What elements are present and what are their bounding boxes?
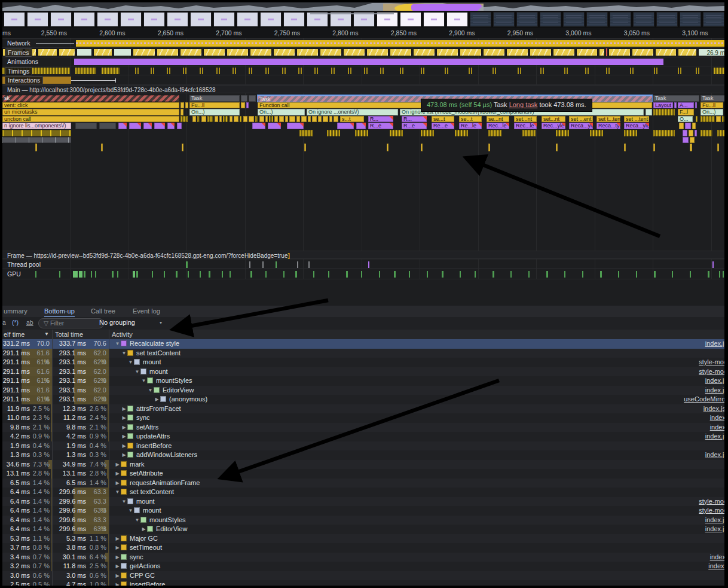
frame-box[interactable] xyxy=(506,48,528,56)
source-link[interactable]: style-mod xyxy=(699,497,724,507)
timing-mark[interactable] xyxy=(331,68,332,74)
flame-bar-n-ignore-lis-omponents-[interactable]: n ignore lis...omponents\/) xyxy=(2,123,71,129)
flame-bar[interactable] xyxy=(696,116,698,123)
timing-mark[interactable] xyxy=(200,68,201,74)
flame-bar-task[interactable]: Task xyxy=(653,95,699,102)
flame-bar-on-[interactable]: On...) xyxy=(701,109,723,115)
table-row[interactable]: 291.1 ms61.6 %293.1 ms62.0 %▼mountStyles… xyxy=(2,376,724,386)
timing-mark[interactable] xyxy=(282,68,283,74)
filmstrip-thumbnail[interactable] xyxy=(74,12,95,27)
expand-icon[interactable]: ▶ xyxy=(114,553,121,562)
flame-bar[interactable] xyxy=(265,116,268,123)
filmstrip-thumbnail[interactable] xyxy=(470,12,491,27)
flame-bar[interactable] xyxy=(337,123,354,129)
flame-bar[interactable] xyxy=(689,130,693,136)
filmstrip-thumbnail[interactable] xyxy=(213,12,235,27)
flame-bar[interactable] xyxy=(181,109,183,115)
gpu-tick[interactable] xyxy=(117,271,118,278)
table-row[interactable]: 34.6 ms7.3 %34.9 ms7.4 %▶mark xyxy=(2,460,724,470)
collapse-icon[interactable]: ▼ xyxy=(121,497,127,507)
timing-mark[interactable] xyxy=(233,68,234,74)
flame-bar[interactable] xyxy=(192,116,196,123)
timing-mark[interactable] xyxy=(216,68,218,74)
flame-bar-layout[interactable]: Layout xyxy=(653,102,673,109)
frame-box[interactable] xyxy=(157,48,179,56)
table-row[interactable]: 3.2 ms0.7 %11.8 ms2.5 %▶getActionsindex.… xyxy=(2,562,724,571)
timing-mark[interactable] xyxy=(445,68,446,74)
table-row[interactable]: 6.4 ms1.4 %299.6 ms63.3 %▼mountstyle-mod xyxy=(2,506,724,516)
gpu-tick[interactable] xyxy=(528,271,530,278)
filmstrip-thumbnail[interactable] xyxy=(120,12,142,27)
expand-icon[interactable]: ▶ xyxy=(154,395,160,404)
table-row[interactable]: 6.5 ms1.4 %6.5 ms1.4 %▶requestAnimationF… xyxy=(2,479,724,488)
frame-box[interactable] xyxy=(366,48,389,56)
flame-bar-f-l[interactable]: F...l xyxy=(678,109,694,115)
flame-bar-se-t[interactable]: se...t xyxy=(432,116,454,123)
table-row[interactable]: 2.5 ms0.5 %4.7 ms1.0 %▶insertBefore xyxy=(2,580,724,586)
expand-icon[interactable]: ▶ xyxy=(121,450,127,460)
flame-bar[interactable] xyxy=(299,130,313,136)
table-row[interactable]: 291.1 ms61.6 %293.1 ms62.0 %▼mountstyle-… xyxy=(2,358,724,367)
flame-bar[interactable] xyxy=(387,144,389,151)
flame-bar-task[interactable]: Task xyxy=(189,95,240,102)
timing-mark[interactable] xyxy=(135,68,136,74)
flame-bar[interactable] xyxy=(201,116,206,123)
flame-bar-on-[interactable]: On...) xyxy=(258,109,305,115)
flame-bar[interactable] xyxy=(285,116,288,123)
flame-bar[interactable] xyxy=(653,130,675,136)
flame-bar[interactable] xyxy=(241,102,245,109)
source-link[interactable]: index. xyxy=(710,423,724,432)
flame-bar[interactable] xyxy=(259,116,264,123)
track-interactions[interactable]: Interactions xyxy=(2,75,724,85)
tab-call-tree[interactable]: Call tree xyxy=(91,306,115,316)
flame-bar[interactable] xyxy=(223,116,228,123)
gpu-tick[interactable] xyxy=(112,271,114,278)
frame-box[interactable] xyxy=(390,48,412,56)
gpu-tick[interactable] xyxy=(133,271,135,278)
source-link[interactable]: index.js xyxy=(705,432,724,441)
frame-box[interactable] xyxy=(483,48,505,56)
col-activity[interactable]: Activity xyxy=(112,330,133,339)
timing-mark[interactable] xyxy=(696,68,697,74)
frame-box[interactable] xyxy=(93,48,112,56)
track-frames[interactable]: 26.9 ms Frames xyxy=(2,48,724,57)
gpu-tick[interactable] xyxy=(59,271,60,278)
collapse-icon[interactable]: ▼ xyxy=(127,358,134,367)
flame-bar[interactable] xyxy=(690,144,692,151)
flame-bar[interactable] xyxy=(695,102,697,109)
frame-box[interactable] xyxy=(320,48,342,56)
flame-bar[interactable] xyxy=(674,102,677,109)
filmstrip-thumbnail[interactable] xyxy=(493,12,515,27)
filmstrip-thumbnail[interactable] xyxy=(423,12,445,27)
gpu-tick[interactable] xyxy=(250,271,252,278)
flame-bar[interactable] xyxy=(279,116,284,123)
timing-mark[interactable] xyxy=(298,68,299,74)
filmstrip-thumbnail[interactable] xyxy=(97,12,118,27)
filmstrip-thumbnail[interactable] xyxy=(190,12,212,27)
frame-box[interactable] xyxy=(59,48,75,56)
match-case-icon[interactable]: a xyxy=(2,319,6,326)
expand-icon[interactable]: ▶ xyxy=(114,580,121,586)
frame-box[interactable] xyxy=(606,48,607,56)
flame-bar[interactable] xyxy=(556,130,569,136)
filmstrip-thumbnail[interactable] xyxy=(260,12,282,27)
flame-bar[interactable] xyxy=(390,130,403,136)
gpu-tick[interactable] xyxy=(409,271,410,278)
track-animations[interactable]: Animations xyxy=(2,57,724,66)
gpu-tick[interactable] xyxy=(152,271,153,278)
flame-bar[interactable] xyxy=(269,116,273,123)
table-row[interactable]: 1.9 ms0.4 %1.9 ms0.4 %▶insertBefore xyxy=(2,441,724,451)
table-row[interactable]: 291.1 ms61.6 %293.1 ms62.0 %▼EditorViewi… xyxy=(2,386,724,395)
flame-bar-set-t-tent[interactable]: set t...tent xyxy=(597,116,620,123)
frame-box[interactable] xyxy=(250,48,272,56)
flame-bar[interactable] xyxy=(101,144,103,151)
timing-mark[interactable] xyxy=(348,68,349,74)
gpu-tick[interactable] xyxy=(719,271,720,278)
frame-box[interactable] xyxy=(273,48,295,56)
flame-bar[interactable] xyxy=(230,116,233,123)
flame-bar-set-ent[interactable]: set ...ent xyxy=(569,116,593,123)
flame-bar-sk[interactable]: sk xyxy=(2,95,179,102)
source-link[interactable]: index.js xyxy=(705,376,724,386)
timing-mark[interactable] xyxy=(606,68,607,74)
expand-icon[interactable]: ▶ xyxy=(114,571,121,581)
